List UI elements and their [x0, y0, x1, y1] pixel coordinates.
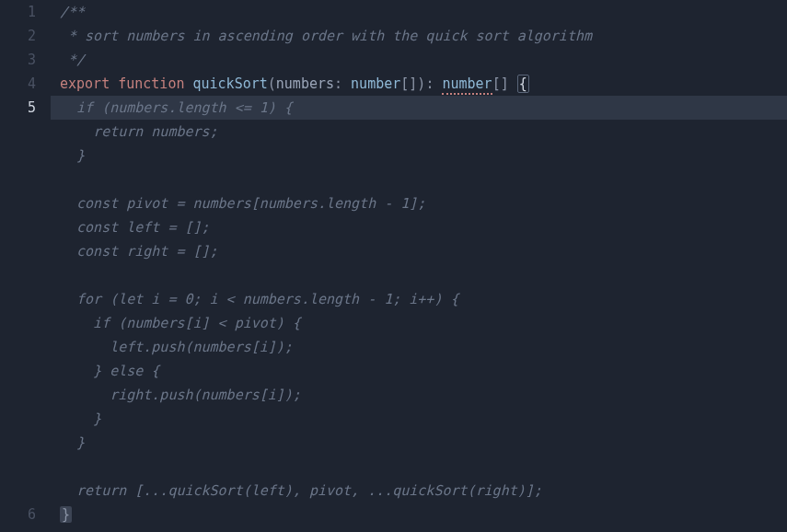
return-type-token: number — [442, 75, 492, 95]
ai-suggestion-token: if (numbers.length <= 1) { — [60, 99, 293, 116]
gutter-spacer — [0, 215, 51, 239]
param-token: numbers — [276, 75, 334, 92]
code-line-suggestion — [60, 455, 787, 479]
gutter-spacer — [0, 311, 51, 335]
code-line-suggestion: const right = []; — [60, 239, 787, 263]
gutter-spacer — [0, 144, 51, 168]
gutter-spacer — [0, 455, 51, 479]
gutter-spacer — [0, 407, 51, 431]
punct-token: ( — [268, 75, 276, 92]
ai-suggestion-token: } else { — [60, 363, 159, 379]
code-line-suggestion: } — [60, 144, 787, 168]
gutter-spacer — [0, 359, 51, 383]
gutter-spacer — [0, 191, 51, 215]
gutter-spacer — [0, 479, 51, 503]
ai-suggestion-token: left.push(numbers[i]); — [60, 339, 293, 355]
ai-suggestion-token: return numbers; — [60, 123, 218, 140]
code-line-suggestion: return [...quickSort(left), pivot, ...qu… — [60, 479, 787, 503]
comment-token: */ — [60, 52, 85, 68]
line-number: 6 — [0, 503, 51, 526]
code-line-suggestion: } — [60, 407, 787, 431]
ai-suggestion-token: } — [60, 434, 85, 451]
code-content[interactable]: /** * sort numbers in ascending order wi… — [51, 0, 787, 532]
comment-token: /** — [60, 4, 85, 20]
code-line-suggestion: return numbers; — [60, 120, 787, 144]
line-number: 1 — [0, 0, 51, 24]
ai-suggestion-token: return [...quickSort(left), pivot, ...qu… — [60, 482, 542, 499]
code-line-suggestion: const left = []; — [60, 215, 787, 239]
gutter-spacer — [0, 239, 51, 263]
function-name-token: quickSort — [193, 75, 268, 92]
code-line-active: if (numbers.length <= 1) { — [51, 96, 787, 120]
ai-suggestion-token: const right = []; — [60, 243, 218, 260]
gutter-spacer — [0, 383, 51, 407]
brace-highlight: { — [517, 75, 529, 93]
keyword-token: function — [118, 75, 184, 92]
ai-suggestion-token: const pivot = numbers[numbers.length - 1… — [60, 195, 425, 212]
ai-suggestion-token: for (let i = 0; i < numbers.length - 1; … — [60, 291, 458, 307]
punct-token: : — [334, 75, 351, 92]
code-line: /** — [60, 0, 787, 24]
code-line-suggestion: if (numbers[i] < pivot) { — [60, 311, 787, 335]
code-line: * sort numbers in ascending order with t… — [60, 24, 787, 48]
brace-highlight: } — [60, 506, 72, 523]
code-line: */ — [60, 48, 787, 72]
line-number-active: 5 — [0, 96, 51, 120]
code-line-suggestion: for (let i = 0; i < numbers.length - 1; … — [60, 287, 787, 311]
code-line: export function quickSort(numbers: numbe… — [60, 72, 787, 96]
keyword-token: export — [60, 75, 110, 92]
gutter-spacer — [0, 287, 51, 311]
code-line-suggestion: } — [60, 431, 787, 455]
code-line-suggestion: left.push(numbers[i]); — [60, 335, 787, 359]
code-editor[interactable]: 1 2 3 4 5 6 /** * sort numbers in ascend… — [0, 0, 787, 532]
comment-token: * sort numbers in ascending order with t… — [60, 28, 592, 44]
gutter-spacer — [0, 263, 51, 287]
code-line-suggestion — [60, 168, 787, 191]
gutter-spacer — [0, 168, 51, 191]
line-number: 3 — [0, 48, 51, 72]
punct-token: : — [425, 75, 442, 92]
type-token: number — [351, 75, 400, 92]
code-line-suggestion: const pivot = numbers[numbers.length - 1… — [60, 191, 787, 215]
ai-suggestion-token: } — [60, 147, 85, 164]
punct-token: [] — [400, 75, 417, 92]
gutter-spacer — [0, 431, 51, 455]
line-gutter: 1 2 3 4 5 6 — [0, 0, 51, 532]
punct-token: [] — [492, 75, 509, 92]
ai-suggestion-token: right.push(numbers[i]); — [60, 387, 301, 403]
code-line-suggestion: right.push(numbers[i]); — [60, 383, 787, 407]
code-line: } — [60, 503, 787, 526]
ai-suggestion-token: const left = []; — [60, 219, 210, 236]
ai-suggestion-token: } — [60, 411, 101, 427]
ai-suggestion-token: if (numbers[i] < pivot) { — [60, 315, 301, 331]
code-line-suggestion — [60, 263, 787, 287]
gutter-spacer — [0, 335, 51, 359]
line-number: 2 — [0, 24, 51, 48]
code-line-suggestion: } else { — [60, 359, 787, 383]
gutter-spacer — [0, 120, 51, 144]
line-number: 4 — [0, 72, 51, 96]
